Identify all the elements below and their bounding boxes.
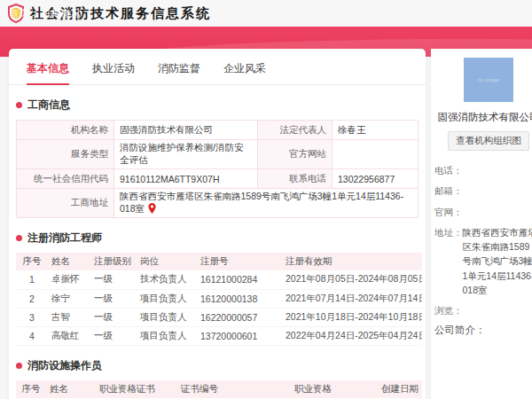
field-label: 联系电话 [258,169,332,189]
cell-name: 高敬红 [48,326,90,345]
cell-level: 一级 [90,308,137,326]
sidebar-fields: 电话： 邮箱： 官网： [434,163,532,317]
column-header: 创建日期 [378,380,422,398]
cell-index: 3 [16,308,48,326]
cell-name: 吉智 [48,308,90,326]
section-dot-icon [16,363,22,369]
cell-position: 项目负责人 [137,308,197,326]
breadcrumb-home-link[interactable]: 首页 [9,8,28,19]
section-operators: 消防设施操作员 [16,358,426,373]
table-row: 3 吉智 一级 项目负责人 16220000057 2021年10月18日-20… [16,308,422,326]
company-intro-label: 公司简介： [434,324,532,337]
cell-index: 4 [16,326,48,345]
table-row: 服务类型 消防设施维护保养检测/消防安全评估 官方网站 [17,140,419,169]
engineers-table: 序号姓名注册级别岗位注册号注册有效期 1 卓振怀 一级 技术负责人 161210… [16,253,422,346]
phone-value: 13022956877 [332,169,419,189]
view-org-chart-button[interactable]: 查看机构组织图 [448,131,529,151]
location-pin-icon[interactable] [148,203,156,214]
field-label: 服务类型 [17,140,114,169]
cell-name: 卓振怀 [48,270,90,289]
table-row: 统一社会信用代码 91610112MA6TT9X07H 联系电话 1302295… [17,169,419,189]
cell-position: 技术负责人 [137,270,197,289]
tab-fire-supervision[interactable]: 消防监督 [158,61,200,84]
tab-bar: 基本信息 执业活动 消防监督 企业风采 [9,49,426,85]
cell-level: 一级 [90,326,137,345]
column-header: 注册有效期 [282,253,422,270]
sidebar-field-row: 官网： [434,205,532,219]
cell-index: 2 [16,289,48,308]
sidebar-field-label: 邮箱： [434,184,463,198]
section-dot-icon [16,102,22,108]
org-name-value: 固强消防技术有限公司 [114,121,258,140]
section-dot-icon [16,235,22,241]
website-value [332,140,419,169]
section-business-info: 工商信息 [16,98,426,113]
sidebar-field-label: 官网： [434,205,463,219]
sidebar-field-label: 浏览： [434,303,463,317]
sidebar-field-row: 地址： 陕西省西安市雁塔区朱雀南路1589号南飞鸿广场3幢1单元14层11436… [434,225,532,297]
sidebar-company-name: 固强消防技术有限公司 [434,111,532,124]
company-sidebar: no image 固强消防技术有限公司 查看机构组织图 电话： 邮箱： [431,49,532,399]
table-row: 工商地址 陕西省西安市雁塔区朱雀南路1589号南飞鸿广场3幢1单元14层1143… [17,189,419,218]
page: 社会消防技术服务信息系统 首页>机构概况 基本信息 执业活动 消防监督 企业风采… [0,0,532,399]
cell-level: 一级 [90,289,137,308]
column-header: 职业资格证书 [96,380,177,398]
section-title: 消防设施操作员 [27,358,102,373]
cell-valid-period: 2021年07月14日-2024年07月14日 [282,289,422,308]
legal-rep-value: 徐春王 [332,121,419,140]
column-header: 岗位 [137,253,197,270]
operators-table: 序号姓名职业资格证书证书编号职业资格创建日期 1 戴文强 四级/中级技能 193… [16,380,422,399]
column-header: 姓名 [46,380,96,398]
field-label: 机构名称 [17,121,114,140]
column-header: 序号 [16,253,48,270]
cell-valid-period: 2021年10月18日-2024年10月18日 [282,308,422,326]
service-type-value: 消防设施维护保养检测/消防安全评估 [114,140,258,169]
breadcrumb: 首页>机构概况 [9,7,80,20]
cell-name: 徐宁 [48,289,90,308]
column-header: 证书编号 [177,380,291,398]
cell-level: 一级 [90,270,137,289]
company-logo-placeholder: no image [464,58,513,102]
field-label: 法定代表人 [258,121,332,140]
sidebar-field-label: 地址： [434,225,463,297]
cell-reg-number: 16120000138 [197,289,282,308]
cell-valid-period: 2022年04月24日-2025年04月24日 [282,326,422,345]
breadcrumb-separator: > [32,8,37,19]
cell-reg-number: 16220000057 [197,308,282,326]
tab-company-gallery[interactable]: 企业风采 [223,61,266,84]
tab-basic-info[interactable]: 基本信息 [27,61,69,84]
cell-index: 1 [16,270,48,289]
table-row: 4 高敬红 一级 项目负责人 13720000601 2022年04月24日-2… [16,326,422,345]
tab-practice-activity[interactable]: 执业活动 [92,61,135,84]
field-label: 统一社会信用代码 [17,169,114,189]
credit-code-value: 91610112MA6TT9X07H [114,169,258,189]
breadcrumb-current: 机构概况 [41,8,80,19]
cell-position: 项目负责人 [137,326,197,345]
column-header: 序号 [16,380,46,398]
field-label: 工商地址 [17,189,114,218]
table-header-row: 序号姓名注册级别岗位注册号注册有效期 [16,253,422,270]
table-header-row: 序号姓名职业资格证书证书编号职业资格创建日期 [16,380,422,398]
table-row: 机构名称 固强消防技术有限公司 法定代表人 徐春王 [17,121,419,140]
sidebar-field-row: 邮箱： [434,184,532,198]
section-title: 工商信息 [27,98,70,113]
cell-position: 项目负责人 [137,289,197,308]
field-label: 官方网站 [258,140,332,169]
column-header: 注册号 [197,253,282,270]
column-header: 姓名 [48,253,90,270]
sidebar-field-label: 电话： [434,163,463,177]
sidebar-field-value: 陕西省西安市雁塔区朱雀南路1589号南飞鸿广场3幢1单元14层11436-018… [463,225,532,297]
section-title: 注册消防工程师 [27,231,102,246]
address-cell: 陕西省西安市雁塔区朱雀南路1589号南飞鸿广场3幢1单元14层11436-018… [114,189,419,218]
column-header: 职业资格 [291,380,378,398]
cell-valid-period: 2021年08月05日-2024年08月05日 [282,270,422,289]
section-engineers: 注册消防工程师 [16,231,426,246]
column-header: 注册级别 [90,253,137,270]
table-row: 2 徐宁 一级 项目负责人 16120000138 2021年07月14日-20… [16,289,422,308]
sidebar-field-row: 电话： [434,163,532,177]
address-value: 陕西省西安市雁塔区朱雀南路1589号南飞鸿广场3幢1单元14层11436-018… [120,191,403,214]
sidebar-field-row: 浏览： [434,303,532,317]
main-content-card: 基本信息 执业活动 消防监督 企业风采 工商信息 机构名称 固强消防技术有限公司… [9,49,426,399]
table-row: 1 卓振怀 一级 技术负责人 16121000284 2021年08月05日-2… [16,270,422,289]
business-info-table: 机构名称 固强消防技术有限公司 法定代表人 徐春王 服务类型 消防设施维护保养检… [16,120,419,218]
